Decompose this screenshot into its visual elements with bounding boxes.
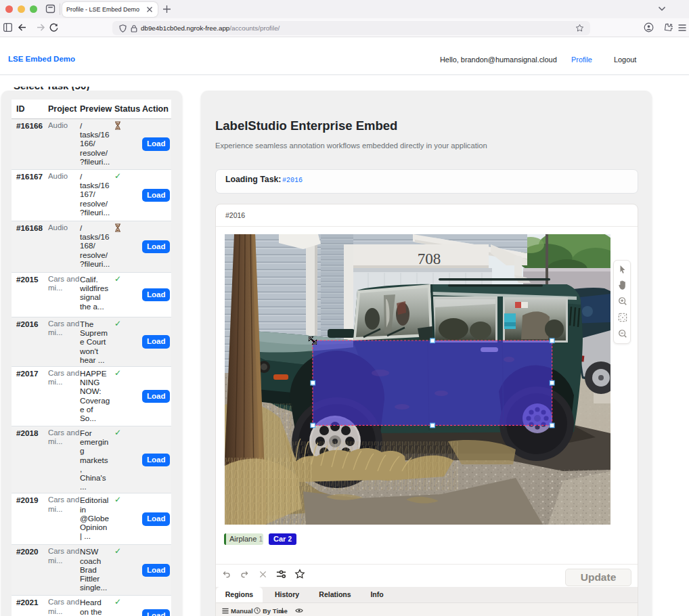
svg-text:708: 708 [418, 250, 441, 267]
